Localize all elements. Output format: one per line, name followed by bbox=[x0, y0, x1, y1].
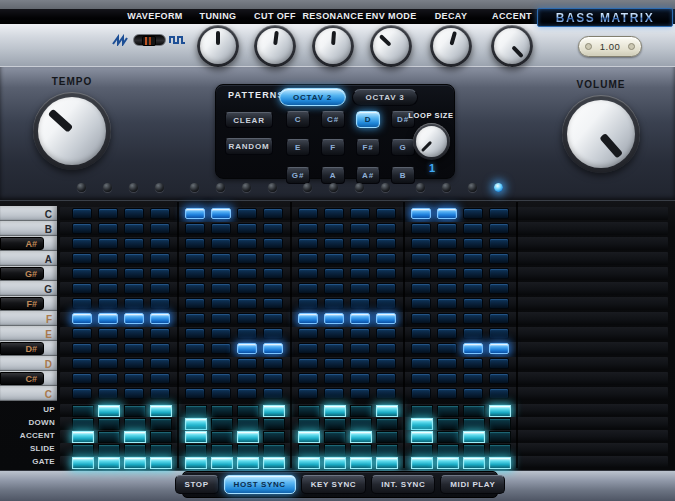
step-cell-e8-2[interactable] bbox=[98, 328, 118, 339]
step-cell-cs11-1[interactable] bbox=[72, 373, 92, 384]
control-step-slide-5[interactable] bbox=[185, 444, 207, 456]
step-cell-f7-16[interactable] bbox=[489, 313, 509, 324]
step-cell-g5-11[interactable] bbox=[350, 283, 370, 294]
key-d-row[interactable]: D bbox=[0, 356, 57, 371]
step-cell-g5-13[interactable] bbox=[411, 283, 431, 294]
step-cell-cs11-5[interactable] bbox=[185, 373, 205, 384]
black-key-fs[interactable]: F# bbox=[0, 297, 44, 310]
black-key-cs[interactable]: C# bbox=[0, 372, 44, 385]
step-cell-a3-9[interactable] bbox=[298, 253, 318, 264]
step-cell-e8-5[interactable] bbox=[185, 328, 205, 339]
step-cell-as2-10[interactable] bbox=[324, 238, 344, 249]
step-cell-cs11-6[interactable] bbox=[211, 373, 231, 384]
step-cell-gs4-16[interactable] bbox=[489, 268, 509, 279]
step-cell-c12-15[interactable] bbox=[463, 388, 483, 399]
step-cell-g5-14[interactable] bbox=[437, 283, 457, 294]
step-cell-c0-12[interactable] bbox=[376, 208, 396, 219]
control-step-accent-14[interactable] bbox=[437, 431, 459, 443]
step-cell-a3-3[interactable] bbox=[124, 253, 144, 264]
step-cell-d10-15[interactable] bbox=[463, 358, 483, 369]
step-cell-f7-5[interactable] bbox=[185, 313, 205, 324]
step-cell-c12-7[interactable] bbox=[237, 388, 257, 399]
control-step-accent-11[interactable] bbox=[350, 431, 372, 443]
step-cell-a3-5[interactable] bbox=[185, 253, 205, 264]
step-cell-gs4-15[interactable] bbox=[463, 268, 483, 279]
control-step-down-14[interactable] bbox=[437, 418, 459, 430]
step-cell-c0-2[interactable] bbox=[98, 208, 118, 219]
control-step-up-11[interactable] bbox=[350, 405, 372, 417]
note-button-e[interactable]: E bbox=[286, 139, 310, 156]
step-cell-f7-8[interactable] bbox=[263, 313, 283, 324]
control-step-accent-5[interactable] bbox=[185, 431, 207, 443]
step-cell-b1-15[interactable] bbox=[463, 223, 483, 234]
key-fs-row[interactable]: F# bbox=[0, 296, 57, 311]
note-button-fs[interactable]: F# bbox=[356, 139, 380, 156]
step-cell-d10-3[interactable] bbox=[124, 358, 144, 369]
step-cell-a3-1[interactable] bbox=[72, 253, 92, 264]
step-cell-c12-2[interactable] bbox=[98, 388, 118, 399]
control-step-up-8[interactable] bbox=[263, 405, 285, 417]
control-step-gate-7[interactable] bbox=[237, 457, 259, 469]
step-cell-cs11-14[interactable] bbox=[437, 373, 457, 384]
step-cell-d10-6[interactable] bbox=[211, 358, 231, 369]
octave-button-octav-3[interactable]: OCTAV 3 bbox=[352, 89, 418, 106]
step-cell-e8-16[interactable] bbox=[489, 328, 509, 339]
control-step-slide-15[interactable] bbox=[463, 444, 485, 456]
step-cell-ds9-2[interactable] bbox=[98, 343, 118, 354]
control-step-gate-8[interactable] bbox=[263, 457, 285, 469]
step-cell-g5-6[interactable] bbox=[211, 283, 231, 294]
step-cell-f7-13[interactable] bbox=[411, 313, 431, 324]
control-step-gate-12[interactable] bbox=[376, 457, 398, 469]
step-cell-f7-12[interactable] bbox=[376, 313, 396, 324]
transport-button-key-sync[interactable]: KEY SYNC bbox=[301, 475, 367, 494]
step-cell-e8-1[interactable] bbox=[72, 328, 92, 339]
control-step-up-16[interactable] bbox=[489, 405, 511, 417]
step-cell-fs6-3[interactable] bbox=[124, 298, 144, 309]
step-cell-c0-14[interactable] bbox=[437, 208, 457, 219]
step-cell-cs11-11[interactable] bbox=[350, 373, 370, 384]
step-cell-as2-13[interactable] bbox=[411, 238, 431, 249]
step-cell-c12-11[interactable] bbox=[350, 388, 370, 399]
step-cell-ds9-13[interactable] bbox=[411, 343, 431, 354]
step-cell-e8-6[interactable] bbox=[211, 328, 231, 339]
step-cell-gs4-7[interactable] bbox=[237, 268, 257, 279]
black-key-gs[interactable]: G# bbox=[0, 267, 44, 280]
control-step-down-5[interactable] bbox=[185, 418, 207, 430]
envmode-knob[interactable] bbox=[370, 25, 412, 67]
control-step-up-7[interactable] bbox=[237, 405, 259, 417]
decay-knob[interactable] bbox=[430, 25, 472, 67]
control-step-gate-14[interactable] bbox=[437, 457, 459, 469]
step-cell-b1-2[interactable] bbox=[98, 223, 118, 234]
key-as-row[interactable]: A# bbox=[0, 236, 57, 251]
step-cell-as2-5[interactable] bbox=[185, 238, 205, 249]
control-step-down-4[interactable] bbox=[150, 418, 172, 430]
control-step-up-5[interactable] bbox=[185, 405, 207, 417]
step-cell-a3-16[interactable] bbox=[489, 253, 509, 264]
step-cell-gs4-10[interactable] bbox=[324, 268, 344, 279]
clear-button[interactable]: CLEAR bbox=[225, 112, 273, 128]
control-step-down-12[interactable] bbox=[376, 418, 398, 430]
key-e-row[interactable]: E bbox=[0, 326, 57, 341]
step-cell-as2-1[interactable] bbox=[72, 238, 92, 249]
control-step-gate-1[interactable] bbox=[72, 457, 94, 469]
step-cell-fs6-2[interactable] bbox=[98, 298, 118, 309]
control-step-slide-11[interactable] bbox=[350, 444, 372, 456]
step-cell-a3-12[interactable] bbox=[376, 253, 396, 264]
step-cell-cs11-9[interactable] bbox=[298, 373, 318, 384]
step-cell-as2-11[interactable] bbox=[350, 238, 370, 249]
note-button-as[interactable]: A# bbox=[356, 167, 380, 184]
control-step-gate-5[interactable] bbox=[185, 457, 207, 469]
note-button-c[interactable]: C bbox=[286, 111, 310, 128]
control-step-accent-12[interactable] bbox=[376, 431, 398, 443]
loop-size-knob[interactable] bbox=[413, 123, 450, 160]
step-cell-ds9-4[interactable] bbox=[150, 343, 170, 354]
step-cell-f7-6[interactable] bbox=[211, 313, 231, 324]
step-cell-fs6-10[interactable] bbox=[324, 298, 344, 309]
waveform-toggle[interactable] bbox=[133, 34, 166, 46]
step-cell-g5-8[interactable] bbox=[263, 283, 283, 294]
step-cell-as2-12[interactable] bbox=[376, 238, 396, 249]
step-cell-c0-10[interactable] bbox=[324, 208, 344, 219]
step-cell-c0-13[interactable] bbox=[411, 208, 431, 219]
cutoff-knob[interactable] bbox=[254, 25, 296, 67]
control-step-down-15[interactable] bbox=[463, 418, 485, 430]
